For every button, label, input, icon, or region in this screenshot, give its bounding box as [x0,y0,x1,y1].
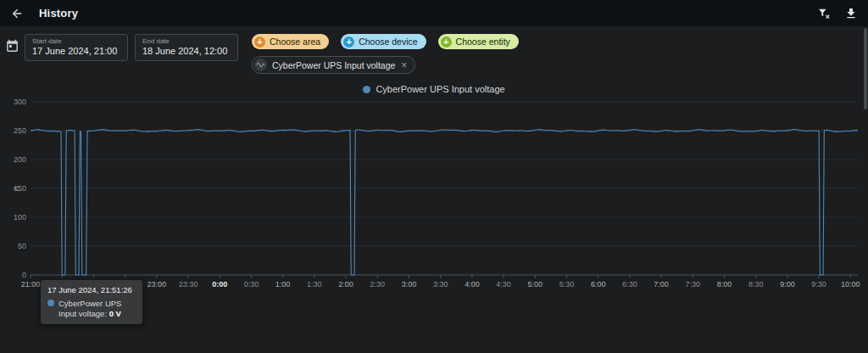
start-date-field[interactable]: Start date 17 June 2024, 21:00 [25,34,128,61]
svg-text:23:30: 23:30 [179,280,198,289]
end-date-value: 18 June 2024, 12:00 [142,45,231,57]
app-bar: History [0,0,868,26]
svg-text:8:30: 8:30 [748,280,764,289]
svg-text:23:00: 23:00 [147,280,167,289]
choose-entity-label: Choose entity [456,36,510,47]
svg-text:200: 200 [14,155,26,164]
selected-entity-label: CyberPower UPS Input voltage [272,60,395,70]
start-date-value: 17 June 2024, 21:00 [32,45,120,57]
filter-remove-icon [817,7,831,20]
plus-icon: + [441,36,452,48]
svg-text:0:30: 0:30 [244,280,259,289]
end-date-label: End date [142,37,231,45]
choose-device-label: Choose device [359,36,417,47]
back-button[interactable] [8,5,25,22]
svg-text:2:30: 2:30 [370,280,386,289]
plus-icon: + [343,36,354,48]
chart-legend[interactable]: CyberPower UPS Input voltage [0,84,868,94]
legend-label: CyberPower UPS Input voltage [376,84,504,94]
tooltip-timestamp: 17 June 2024, 21:51:26 [47,285,136,294]
svg-text:9:30: 9:30 [811,280,826,289]
svg-text:4:00: 4:00 [465,280,480,289]
svg-text:9:00: 9:00 [780,280,795,289]
page-title: History [39,7,78,20]
choose-device-chip[interactable]: + Choose device [341,34,426,49]
plus-icon: + [254,36,265,48]
close-icon[interactable]: × [400,60,408,70]
svg-text:2:00: 2:00 [338,280,353,289]
svg-text:6:00: 6:00 [591,280,606,289]
svg-text:V: V [12,186,20,191]
scrollbar[interactable] [864,28,867,109]
chart-tooltip: 17 June 2024, 21:51:26 CyberPower UPS In… [41,280,142,324]
arrow-left-icon [10,7,24,20]
history-line-chart[interactable]: 050100150200250300V21:0021:3022:0022:302… [5,97,863,300]
sine-wave-icon [254,59,267,71]
svg-text:1:30: 1:30 [307,280,322,289]
svg-text:100: 100 [14,213,26,221]
filter-toolbar: Start date 17 June 2024, 21:00 End date … [5,34,519,74]
svg-text:1:00: 1:00 [275,280,291,289]
choose-area-chip[interactable]: + Choose area [252,34,329,49]
start-date-label: Start date [32,37,120,45]
svg-text:8:00: 8:00 [717,280,732,289]
tooltip-series-dot [47,300,54,306]
history-page: History Start date 17 June 2024, 21:00 E… [0,0,868,353]
svg-text:250: 250 [14,126,26,135]
choose-entity-chip[interactable]: + Choose entity [438,34,519,49]
download-icon [844,7,858,20]
selected-entity-chip[interactable]: CyberPower UPS Input voltage × [252,56,415,74]
svg-text:4:30: 4:30 [496,280,511,289]
choose-area-label: Choose area [270,36,320,47]
svg-text:21:00: 21:00 [21,280,41,289]
svg-text:3:00: 3:00 [402,280,417,289]
svg-text:5:30: 5:30 [559,280,575,289]
legend-dot [363,86,370,93]
svg-text:50: 50 [18,242,26,250]
svg-text:0:00: 0:00 [212,280,227,289]
svg-text:7:00: 7:00 [654,280,669,289]
svg-text:0: 0 [22,271,26,279]
svg-text:10:00: 10:00 [841,280,860,289]
svg-text:300: 300 [14,98,26,106]
remove-filter-button[interactable] [815,5,832,22]
calendar-icon [5,39,19,53]
svg-text:5:00: 5:00 [528,280,543,289]
download-button[interactable] [843,5,860,22]
tooltip-series-value: CyberPower UPS Input voltage: 0 V [58,299,136,319]
end-date-field[interactable]: End date 18 June 2024, 12:00 [135,34,238,61]
svg-text:7:30: 7:30 [686,280,701,289]
svg-text:6:30: 6:30 [622,280,637,289]
svg-text:3:30: 3:30 [433,280,448,289]
